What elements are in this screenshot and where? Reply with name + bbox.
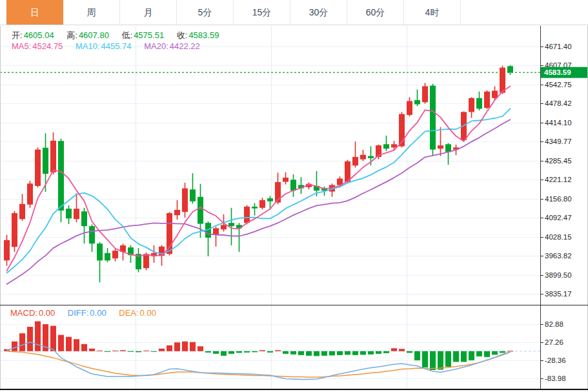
macd-bar: [275, 350, 281, 351]
macd-bar: [259, 350, 265, 351]
macd-bar: [399, 349, 405, 351]
macd-bar: [368, 351, 374, 355]
candle-body: [27, 183, 33, 205]
candle-body: [259, 200, 265, 208]
axis-label: -28.36: [545, 356, 566, 364]
axis-label: 4156.80: [545, 195, 572, 203]
macd-bar: [236, 351, 242, 353]
axis-label: 27.26: [545, 338, 563, 346]
candle-body: [469, 98, 474, 112]
macd-bar: [50, 326, 56, 351]
macd-bar: [414, 351, 420, 360]
candle-body: [174, 210, 180, 215]
candle-body: [43, 148, 48, 174]
macd-bar: [112, 351, 118, 351]
candle-body: [19, 204, 25, 219]
macd-bar: [360, 351, 366, 355]
candle-body: [391, 144, 397, 147]
macd-bar: [97, 351, 103, 351]
macd-bar: [306, 351, 312, 356]
candle-body: [58, 141, 64, 211]
macd-bar: [159, 349, 165, 351]
macd-bar: [221, 351, 227, 356]
macd-bar: [290, 351, 296, 355]
candle-body: [368, 156, 374, 158]
macd-bar: [445, 351, 451, 367]
candle-body: [430, 86, 436, 150]
macd-bar: [469, 351, 474, 360]
candle-body: [267, 198, 273, 201]
axis-label: 4542.75: [545, 81, 572, 88]
macd-bar: [252, 351, 258, 353]
macd-bar: [391, 348, 397, 351]
candle-body: [182, 189, 188, 212]
macd-bar: [267, 351, 273, 353]
macd-bar: [167, 346, 172, 351]
kline-chart-canvas[interactable]: 4671.404607.074542.754478.424414.104349.…: [0, 0, 588, 392]
macd-bar: [228, 351, 234, 354]
candle-body: [112, 251, 118, 258]
candle-body: [352, 157, 358, 165]
candle-body: [383, 144, 389, 149]
candle-body: [445, 144, 451, 152]
macd-bar: [105, 351, 110, 352]
macd-bar: [66, 337, 72, 351]
macd-bar: [430, 351, 436, 370]
macd-bar: [213, 351, 219, 354]
candle-body: [198, 197, 203, 224]
candle-body: [228, 223, 234, 226]
macd-bar: [136, 351, 141, 353]
candle-body: [500, 68, 505, 93]
macd-bar: [283, 351, 289, 354]
candle-body: [360, 155, 366, 160]
candle-body: [290, 180, 296, 191]
axis-label: -83.98: [545, 375, 566, 382]
axis-label: 4349.77: [545, 138, 572, 145]
candle-body: [12, 213, 17, 247]
candle-body: [143, 254, 149, 268]
macd-bar: [314, 351, 319, 356]
current-price-tag-value: 4583.59: [544, 68, 571, 76]
macd-bar: [492, 351, 498, 355]
macd-bar: [120, 350, 126, 351]
macd-bar: [422, 351, 428, 367]
candle-body: [74, 209, 79, 219]
candle-body: [414, 100, 420, 104]
axis-label: 3963.82: [545, 252, 572, 260]
candle-body: [422, 87, 428, 103]
axis-label: 82.88: [545, 320, 563, 328]
macd-bar: [438, 351, 443, 370]
macd-bar: [453, 351, 459, 362]
macd-bar: [58, 335, 64, 351]
macd-bar: [337, 351, 343, 355]
candle-body: [35, 150, 41, 186]
candle-body: [283, 178, 289, 181]
candle-body: [81, 211, 87, 226]
candle-body: [105, 253, 110, 260]
axis-label: 4478.42: [545, 99, 572, 107]
macd-bar: [376, 351, 381, 354]
axis-label: 4414.10: [545, 119, 572, 127]
macd-bar: [345, 351, 350, 355]
macd-bar: [190, 342, 196, 351]
candle-body: [213, 228, 219, 234]
candle-body: [438, 145, 443, 149]
candle-body: [492, 90, 498, 98]
macd-bar: [476, 351, 482, 356]
axis-label: 3899.50: [545, 271, 572, 279]
candle-body: [50, 141, 56, 172]
axis-label: 4285.45: [545, 157, 572, 165]
macd-bar: [74, 339, 79, 351]
candle-body: [407, 101, 412, 115]
axis-label: 4092.47: [545, 214, 572, 222]
candle-body: [190, 189, 196, 201]
candle-body: [89, 226, 95, 243]
candle-body: [4, 240, 10, 261]
macd-bar: [12, 342, 17, 351]
axis-label: 4671.40: [545, 43, 572, 50]
macd-bar: [484, 351, 490, 357]
macd-bar: [329, 351, 335, 356]
macd-bar: [244, 351, 250, 353]
macd-bar: [174, 342, 180, 351]
macd-bar: [19, 333, 25, 351]
